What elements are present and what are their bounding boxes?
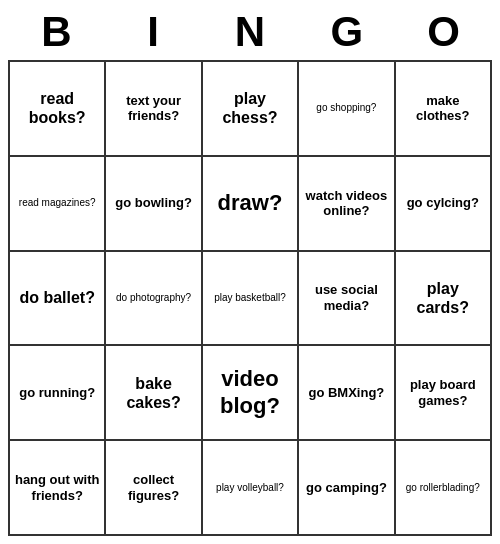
bingo-cell-12[interactable]: play basketball?	[203, 252, 299, 347]
letter-o: O	[395, 8, 492, 56]
bingo-cell-23[interactable]: go camping?	[299, 441, 395, 536]
bingo-cell-15[interactable]: go running?	[10, 346, 106, 441]
letter-b: B	[8, 8, 105, 56]
bingo-cell-4[interactable]: make clothes?	[396, 62, 492, 157]
bingo-cell-0[interactable]: read books?	[10, 62, 106, 157]
bingo-cell-5[interactable]: read magazines?	[10, 157, 106, 252]
bingo-cell-24[interactable]: go rollerblading?	[396, 441, 492, 536]
bingo-header: B I N G O	[8, 8, 492, 56]
bingo-cell-2[interactable]: play chess?	[203, 62, 299, 157]
bingo-cell-18[interactable]: go BMXing?	[299, 346, 395, 441]
bingo-cell-6[interactable]: go bowling?	[106, 157, 202, 252]
letter-n: N	[202, 8, 299, 56]
letter-i: I	[105, 8, 202, 56]
bingo-cell-1[interactable]: text your friends?	[106, 62, 202, 157]
bingo-cell-9[interactable]: go cylcing?	[396, 157, 492, 252]
bingo-cell-16[interactable]: bake cakes?	[106, 346, 202, 441]
bingo-cell-8[interactable]: watch videos online?	[299, 157, 395, 252]
bingo-cell-21[interactable]: collect figures?	[106, 441, 202, 536]
bingo-cell-17[interactable]: video blog?	[203, 346, 299, 441]
bingo-grid: read books?text your friends?play chess?…	[8, 60, 492, 536]
letter-g: G	[298, 8, 395, 56]
bingo-cell-14[interactable]: play cards?	[396, 252, 492, 347]
bingo-cell-7[interactable]: draw?	[203, 157, 299, 252]
bingo-cell-13[interactable]: use social media?	[299, 252, 395, 347]
bingo-cell-19[interactable]: play board games?	[396, 346, 492, 441]
bingo-cell-11[interactable]: do photography?	[106, 252, 202, 347]
bingo-cell-20[interactable]: hang out with friends?	[10, 441, 106, 536]
bingo-cell-22[interactable]: play volleyball?	[203, 441, 299, 536]
bingo-cell-10[interactable]: do ballet?	[10, 252, 106, 347]
bingo-cell-3[interactable]: go shopping?	[299, 62, 395, 157]
